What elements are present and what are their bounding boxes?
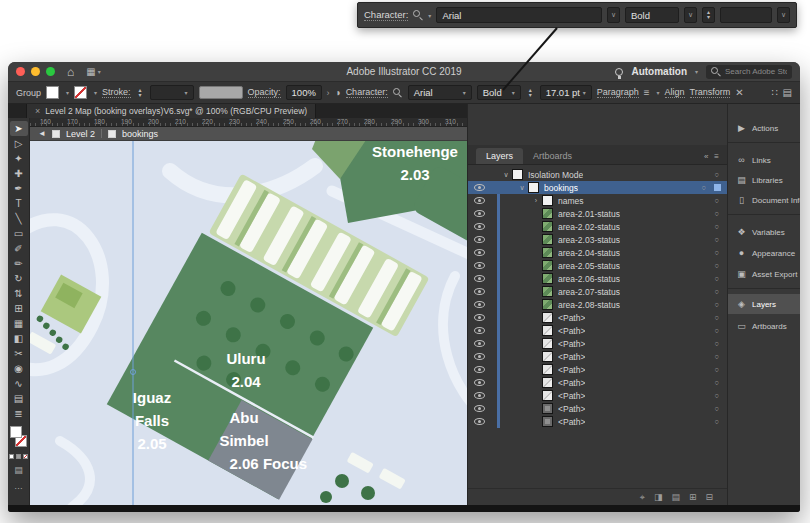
visibility-toggle[interactable]	[468, 288, 490, 295]
character-label[interactable]: Character:	[346, 87, 388, 98]
tool-artboard[interactable]: ▤	[10, 391, 28, 406]
layer-thumbnail[interactable]	[542, 364, 553, 375]
font-size-caret[interactable]: ∨	[777, 7, 790, 23]
layer-row-area-status[interactable]: area-2.06-status ○	[468, 272, 727, 285]
map-artwork[interactable]	[30, 141, 467, 505]
recolor-artwork-icon[interactable]: ◑	[335, 87, 341, 98]
close-window-button[interactable]	[16, 67, 25, 76]
layer-row-area-status[interactable]: area-2.01-status ○	[468, 207, 727, 220]
new-layer-icon[interactable]: ⊞	[689, 492, 697, 502]
target-icon[interactable]: ○	[714, 404, 719, 413]
layer-thumbnail[interactable]	[542, 390, 553, 401]
target-icon[interactable]: ○	[714, 365, 719, 374]
layer-row-path[interactable]: <Path> ○	[468, 376, 727, 389]
layer-row-bookings[interactable]: ∨ bookings ○	[468, 181, 727, 194]
tool-eyedropper[interactable]: ◉	[10, 361, 28, 376]
align-label[interactable]: Align	[665, 87, 685, 98]
stroke-weight-select[interactable]: ▾	[150, 85, 194, 100]
layer-thumbnail[interactable]	[542, 325, 553, 336]
app-grid-icon[interactable]: ▦ ▾	[86, 66, 100, 77]
close-tab-icon[interactable]: ×	[35, 106, 40, 116]
color-mode-buttons[interactable]	[9, 454, 28, 459]
layer-row-path[interactable]: <Path> ○	[468, 415, 727, 428]
breadcrumb-level2[interactable]: bookings	[122, 129, 158, 139]
visibility-toggle[interactable]	[468, 249, 490, 256]
layer-thumbnail[interactable]	[542, 208, 553, 219]
dots-icon[interactable]: ∷	[771, 87, 777, 98]
layer-thumbnail[interactable]	[542, 234, 553, 245]
tool-hand-zoom[interactable]: ≣	[10, 406, 28, 421]
expand-caret-icon[interactable]: ›	[530, 197, 542, 204]
layer-row-area-status[interactable]: area-2.03-status ○	[468, 233, 727, 246]
target-icon[interactable]: ○	[714, 248, 719, 257]
target-icon[interactable]: ○	[714, 378, 719, 387]
tool-selection[interactable]: ➤	[10, 121, 28, 136]
target-icon[interactable]: ○	[701, 183, 706, 192]
layer-thumbnail[interactable]	[542, 195, 553, 206]
visibility-toggle[interactable]	[468, 210, 490, 217]
selected-art-indicator[interactable]	[714, 184, 721, 191]
opacity-field[interactable]: 100%	[286, 85, 322, 100]
stock-search-input[interactable]: Search Adobe Stock	[706, 65, 792, 79]
font-search-icon[interactable]	[393, 88, 403, 98]
target-icon[interactable]: ○	[714, 352, 719, 361]
layer-thumbnail[interactable]	[512, 169, 523, 180]
transform-label[interactable]: Transform	[690, 87, 731, 98]
layer-row-path[interactable]: <Path> ○	[468, 402, 727, 415]
visibility-toggle[interactable]	[468, 223, 490, 230]
layer-thumbnail[interactable]	[542, 351, 553, 362]
tool-free-transform[interactable]: ▦	[10, 316, 28, 331]
dock-item-links[interactable]: ∞ Links	[728, 150, 800, 170]
layer-thumbnail[interactable]	[542, 338, 553, 349]
canvas[interactable]: Stonehenge2.03 Uluru2.04 IguazFalls2.05 …	[30, 141, 467, 505]
paragraph-align-icon[interactable]: ≡	[644, 87, 650, 98]
layer-thumbnail[interactable]	[542, 377, 553, 388]
fill-stroke-swatches[interactable]	[9, 426, 29, 450]
layer-row-area-status[interactable]: area-2.08-status ○	[468, 298, 727, 311]
layer-row-names[interactable]: › names ○	[468, 194, 727, 207]
font-size-stepper[interactable]: ▴▾	[526, 86, 535, 100]
visibility-toggle[interactable]	[468, 197, 490, 204]
visibility-toggle[interactable]	[468, 314, 490, 321]
layer-row-isolation-mode[interactable]: ∨ Isolation Mode ○	[468, 168, 727, 181]
target-icon[interactable]: ○	[714, 209, 719, 218]
dock-item-appearance[interactable]: ● Appearance	[728, 243, 800, 263]
target-icon[interactable]: ○	[714, 222, 719, 231]
panel-menu-icon[interactable]: ≡	[714, 152, 719, 161]
target-icon[interactable]: ○	[714, 313, 719, 322]
tab-artboards[interactable]: Artboards	[523, 148, 582, 164]
tool-rectangle[interactable]: ▭	[10, 226, 28, 241]
new-sublayer-icon[interactable]: ▤	[671, 492, 680, 502]
layer-thumbnail[interactable]	[542, 312, 553, 323]
target-icon[interactable]: ○	[714, 261, 719, 270]
target-icon[interactable]: ○	[714, 300, 719, 309]
visibility-toggle[interactable]	[468, 340, 490, 347]
visibility-toggle[interactable]	[468, 262, 490, 269]
dock-item-actions[interactable]: ▶ Actions	[728, 118, 800, 138]
layer-thumbnail[interactable]	[542, 286, 553, 297]
layer-row-area-status[interactable]: area-2.07-status ○	[468, 285, 727, 298]
visibility-toggle[interactable]	[468, 392, 490, 399]
font-style-select[interactable]: Bold▾	[477, 85, 521, 100]
target-icon[interactable]: ○	[714, 170, 719, 179]
tool-line-segment[interactable]: ╲	[10, 211, 28, 226]
tool-lasso[interactable]: ✚	[10, 166, 28, 181]
layer-row-path[interactable]: <Path> ○	[468, 350, 727, 363]
visibility-toggle[interactable]	[468, 366, 490, 373]
font-search-icon[interactable]	[413, 10, 423, 20]
clipping-mask-icon[interactable]: ◨	[654, 492, 663, 502]
layer-thumbnail[interactable]	[542, 273, 553, 284]
tool-magic-wand[interactable]: ✦	[10, 151, 28, 166]
target-icon[interactable]: ○	[714, 417, 719, 426]
layer-row-path[interactable]: <Path> ○	[468, 337, 727, 350]
tool-pen[interactable]: ✒	[10, 181, 28, 196]
workspace-switcher[interactable]: Automation	[631, 66, 687, 77]
layer-thumbnail[interactable]	[542, 260, 553, 271]
minimize-window-button[interactable]	[31, 67, 40, 76]
layer-row-path[interactable]: <Path> ○	[468, 324, 727, 337]
dock-item-libraries[interactable]: ▤ Libraries	[728, 170, 800, 190]
font-size-stepper[interactable]: ▴▾	[702, 7, 715, 23]
target-icon[interactable]: ○	[714, 326, 719, 335]
visibility-toggle[interactable]	[468, 405, 490, 412]
arrange-icon[interactable]: ✕	[735, 87, 743, 98]
